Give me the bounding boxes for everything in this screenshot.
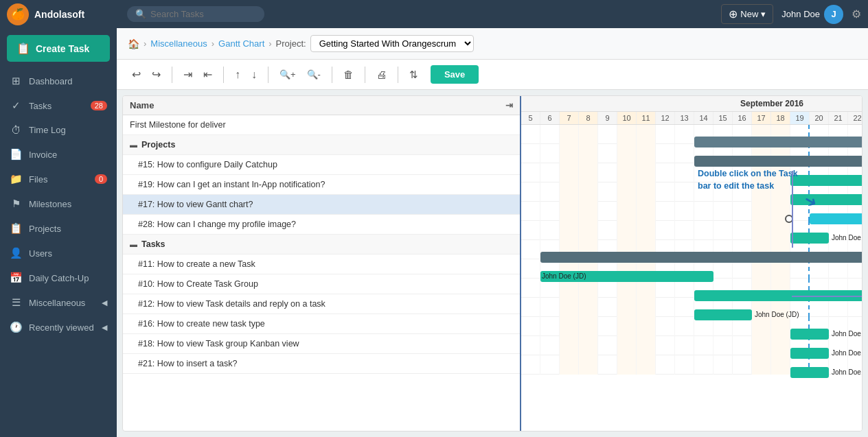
task-row-10[interactable]: #10: How to Create Task Group [123, 274, 520, 294]
task-label-11: #11: How to create a new Task [138, 259, 255, 269]
gantt-row-0[interactable] [521, 125, 862, 144]
task-row-16[interactable]: #16: How to create new task type [123, 314, 520, 334]
task-label-12: #12: How to view Task details and reply … [138, 299, 326, 309]
save-button[interactable]: Save [431, 65, 479, 84]
logo-circle: 🍊 [7, 3, 29, 25]
expand-icon[interactable]: ⇥ [505, 100, 513, 110]
task-list-panel: Name ⇥ First Milestone for deliver ▬ Pro… [123, 96, 521, 431]
task-row-12[interactable]: #12: How to view Task details and reply … [123, 294, 520, 314]
delete-button[interactable]: 🗑 [339, 66, 358, 83]
sidebar-item-users[interactable]: 👤 Users [0, 241, 117, 265]
gantt-cell-r11-d21 [829, 336, 848, 355]
task-row-28[interactable]: #28: How can I change my profile image? [123, 215, 520, 235]
print-button[interactable]: 🖨 [372, 66, 391, 83]
gantt-cell-r10-d18 [771, 317, 790, 336]
gantt-row-6[interactable] [521, 240, 862, 259]
gantt-row-9[interactable] [521, 298, 862, 317]
indent-in-button[interactable]: ⇥ [179, 65, 196, 84]
redo-button[interactable]: ↪ [148, 65, 165, 84]
gantt-cell-r12-d21 [829, 355, 848, 375]
search-input[interactable] [150, 9, 247, 19]
gantt-cell-r8-d10 [617, 279, 637, 298]
link-button[interactable]: ⇅ [405, 66, 422, 84]
gantt-cell-r5-d13 [675, 221, 694, 240]
invoice-icon: 📄 [10, 148, 22, 161]
gantt-row-2[interactable] [521, 163, 862, 182]
section-tasks[interactable]: ▬ Tasks [123, 235, 520, 255]
sidebar-item-milestones[interactable]: ⚑ Milestones [0, 191, 117, 216]
projects-toggle-icon[interactable]: ▬ [130, 141, 137, 149]
gantt-cell-r1-d17 [752, 144, 771, 163]
indent-out-button[interactable]: ⇤ [199, 65, 216, 84]
breadcrumb-ganttchart[interactable]: Gantt Chart [218, 38, 264, 49]
breadcrumb-miscellaneous[interactable]: Miscellaneous [150, 38, 207, 49]
sidebar-item-timelog[interactable]: ⏱ Time Log [0, 118, 117, 142]
tasks-icon: ✓ [10, 99, 22, 112]
task-row-18[interactable]: #18: How to view Task group Kanban view [123, 334, 520, 354]
task-row-19[interactable]: #19: How can I get an instant In-App not… [123, 175, 520, 195]
zoom-out-button[interactable]: 🔍- [303, 67, 325, 82]
new-button[interactable]: ⊕ New ▾ [721, 4, 773, 24]
zoom-in-button[interactable]: 🔍+ [275, 67, 300, 82]
sidebar-item-tasks[interactable]: ✓ Tasks 28 [0, 93, 117, 118]
home-icon[interactable]: 🏠 [128, 38, 139, 49]
gantt-row-1[interactable] [521, 144, 862, 163]
gantt-cell-r8-d6 [540, 279, 560, 298]
gantt-chart-panel[interactable]: September 2016 5678910111213141516171819… [521, 96, 862, 431]
gantt-row-4[interactable] [521, 202, 862, 221]
gantt-cell-r7-d15 [713, 259, 733, 279]
gantt-cell-r5-d6 [540, 221, 560, 240]
task-row-21[interactable]: #21: How to insert a task? [123, 354, 520, 374]
gantt-cell-r8-d22 [848, 279, 862, 298]
gantt-row-12[interactable] [521, 355, 862, 375]
task-row-15[interactable]: #15: How to configure Daily Catchup [123, 155, 520, 175]
create-task-button[interactable]: 📋 Create Task [7, 35, 110, 62]
gantt-cell-r10-d8 [579, 317, 598, 336]
gantt-cell-r12-d14 [694, 355, 713, 375]
gantt-cell-r5-d16 [733, 221, 752, 240]
gantt-cell-r4-d15 [713, 202, 733, 221]
gantt-row-7[interactable] [521, 259, 862, 279]
gantt-cell-r11-d19 [790, 336, 810, 355]
sidebar-item-dailycatchup[interactable]: 📅 Daily Catch-Up [0, 265, 117, 290]
gantt-cell-r10-d13 [675, 317, 694, 336]
gantt-cell-r2-d6 [540, 163, 560, 182]
gantt-row-11[interactable] [521, 336, 862, 355]
sidebar-item-projects[interactable]: 📋 Projects [0, 216, 117, 241]
task-row-11[interactable]: #11: How to create a new Task [123, 255, 520, 274]
move-up-button[interactable]: ↑ [231, 66, 244, 84]
gantt-row-8[interactable] [521, 279, 862, 298]
gantt-cell-r1-d20 [810, 144, 829, 163]
gantt-row-10[interactable] [521, 317, 862, 336]
tasks-toggle-icon[interactable]: ▬ [130, 240, 137, 248]
gantt-cell-r10-d7 [560, 317, 579, 336]
undo-button[interactable]: ↩ [128, 65, 145, 84]
gantt-cell-r7-d22 [848, 259, 862, 279]
task-row-17[interactable]: #17: How to view Gantt chart? [123, 195, 520, 215]
sidebar-label-dashboard: Dashboard [29, 76, 73, 86]
sidebar-item-files[interactable]: 📁 Files 0 [0, 167, 117, 191]
gantt-row-5[interactable] [521, 221, 862, 240]
user-area: John Doe J [781, 5, 843, 24]
task-label-28: #28: How can I change my profile image? [138, 220, 296, 229]
project-select[interactable]: Getting Started With Orangescrum [310, 35, 474, 52]
sidebar-item-miscellaneous[interactable]: ☰ Miscellaneous ◀ [0, 290, 117, 315]
sidebar-item-dashboard[interactable]: ⊞ Dashboard [0, 69, 117, 93]
sidebar-item-invoice[interactable]: 📄 Invoice [0, 142, 117, 167]
sidebar-item-recentlyviewed[interactable]: 🕐 Recently viewed ◀ [0, 315, 117, 340]
gantt-cell-r8-d8 [579, 279, 598, 298]
section-projects[interactable]: ▬ Projects [123, 135, 520, 155]
gantt-cell-r3-d15 [713, 182, 733, 202]
gantt-cell-r9-d14 [694, 298, 713, 317]
files-icon: 📁 [10, 173, 22, 185]
gantt-cell-r7-d14 [694, 259, 713, 279]
task-row-milestone[interactable]: First Milestone for deliver [123, 115, 520, 135]
move-down-button[interactable]: ↓ [247, 66, 261, 84]
gantt-cell-r7-d17 [752, 259, 771, 279]
toolbar-sep6 [398, 67, 398, 83]
gantt-row-3[interactable] [521, 182, 862, 202]
gantt-cell-r3-d19 [790, 182, 810, 202]
user-avatar[interactable]: J [824, 5, 843, 24]
gantt-cell-r7-d21 [829, 259, 848, 279]
settings-icon[interactable]: ⚙ [852, 8, 861, 21]
